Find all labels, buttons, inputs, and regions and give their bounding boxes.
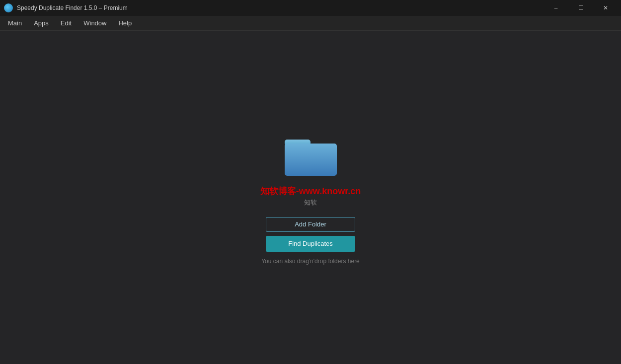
find-duplicates-button[interactable]: Find Duplicates [266, 236, 355, 252]
menubar: Main Apps Edit Window Help [0, 16, 621, 31]
menu-item-window[interactable]: Window [78, 17, 112, 29]
folder-icon-container [282, 131, 339, 179]
titlebar-left: Speedy Duplicate Finder 1.5.0 – Premium [4, 3, 128, 12]
add-folder-button[interactable]: Add Folder [266, 217, 355, 232]
app-icon [4, 3, 13, 12]
watermark-sub: 知软 [304, 198, 317, 207]
main-content: 知软博客-www.knowr.cn 知软 Add Folder Find Dup… [0, 31, 621, 364]
menu-item-edit[interactable]: Edit [55, 17, 78, 29]
maximize-button[interactable]: ☐ [569, 0, 592, 16]
menu-item-help[interactable]: Help [112, 17, 138, 29]
titlebar: Speedy Duplicate Finder 1.5.0 – Premium … [0, 0, 621, 16]
minimize-button[interactable]: – [544, 0, 567, 16]
svg-rect-1 [285, 144, 337, 176]
titlebar-controls: – ☐ ✕ [544, 0, 617, 16]
titlebar-title: Speedy Duplicate Finder 1.5.0 – Premium [17, 4, 128, 11]
folder-icon [282, 131, 339, 178]
menu-item-main[interactable]: Main [2, 17, 28, 29]
menu-item-apps[interactable]: Apps [28, 17, 55, 29]
drag-hint-text: You can also drag'n'drop folders here [261, 258, 360, 265]
watermark-text: 知软博客-www.knowr.cn [260, 185, 361, 197]
close-button[interactable]: ✕ [594, 0, 617, 16]
